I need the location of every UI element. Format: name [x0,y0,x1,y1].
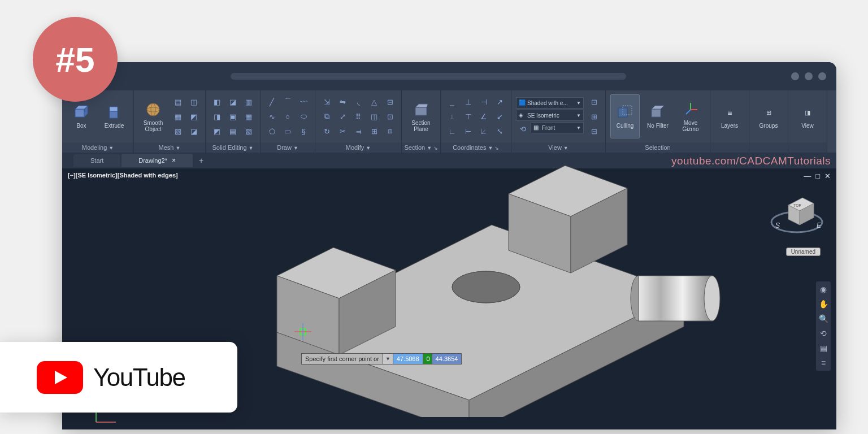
view-orientation-combo[interactable]: ◈SE Isometric▼ [516,110,584,121]
ucs-9[interactable]: ⟀ [477,124,491,138]
groups-group-label[interactable] [749,142,788,153]
group-coordinates: ⎯⟂∟ ⊥⊤⊢ ⊣∠⟀ ↗↙⤡ Coordinates▼ ↘ [441,90,511,153]
box-icon [73,104,90,121]
ucs-11[interactable]: ↙ [493,110,506,123]
se-7[interactable]: ▥ [242,95,255,108]
ucs-6[interactable]: ⊢ [461,124,475,138]
tab-drawing2[interactable]: Drawing2*× [121,154,193,167]
viewport-label[interactable]: [−][SE Isometric][Shaded with edges] [68,172,178,179]
shaded-icon: 🟦 [519,99,526,106]
culling-button[interactable]: Culling [610,94,640,138]
view-3[interactable]: ⊟ [587,124,601,138]
mod-14[interactable]: ⊡ [383,110,397,123]
draw-circle[interactable]: ○ [281,110,294,123]
mod-13[interactable]: ⊟ [383,95,397,108]
section-plane-button[interactable]: Section Plane [406,94,436,138]
view-button[interactable]: ◨View [793,94,822,138]
group-view: 🟦Shaded with e...▼ ◈SE Isometric▼ ⟲▦Fron… [511,90,606,153]
tab-start[interactable]: Start [73,154,120,167]
ucs-8[interactable]: ∠ [477,110,491,123]
mesh-tool-3[interactable]: ▧ [171,124,185,138]
no-filter-button[interactable]: No Filter [643,94,672,138]
close-icon[interactable]: × [172,157,176,164]
draw-arc[interactable]: ⌒ [281,95,294,108]
mod-fillet[interactable]: ◟ [351,95,365,108]
ucs-5[interactable]: ⊤ [461,110,475,123]
ucs-10[interactable]: ↗ [493,95,506,108]
draw-rect[interactable]: ▭ [281,124,294,138]
layers-button[interactable]: ≣Layers [715,94,744,138]
coord-y-input[interactable]: 0 [423,353,432,364]
se-5[interactable]: ▣ [226,110,240,123]
viewtab-group-label[interactable] [788,142,827,153]
mesh-tool-6[interactable]: ◪ [187,124,201,138]
draw-line[interactable]: ╱ [265,95,279,108]
mod-move[interactable]: ⇲ [320,95,333,108]
ucs-12[interactable]: ⤡ [493,124,506,138]
svg-marker-13 [652,106,664,109]
visual-style-combo[interactable]: 🟦Shaded with e...▼ [516,97,584,108]
close-vp-icon[interactable]: ✕ [824,172,831,180]
dyn-options-icon[interactable]: ▼ [383,353,393,364]
nav-pan-icon[interactable]: ✋ [819,300,828,309]
badge-text: #5 [56,40,95,80]
view-prev[interactable]: ⟲ [516,122,530,136]
ucs-name-badge[interactable]: Unnamed [786,248,821,256]
mod-15[interactable]: ⧈ [383,124,397,138]
mod-copy[interactable]: ⧉ [320,110,333,123]
se-2[interactable]: ◨ [210,110,224,123]
mod-10[interactable]: △ [367,95,381,108]
mod-array[interactable]: ⠿ [351,110,365,123]
coord-z-input[interactable]: 44.3654 [432,353,462,364]
view-cube[interactable]: S E TOP [769,185,825,242]
extrude-button[interactable]: Extrude [99,94,129,138]
mod-12[interactable]: ⊞ [367,124,381,138]
mod-mirror[interactable]: ⇋ [336,95,349,108]
nav-orbit-icon[interactable]: ⟲ [820,329,827,338]
se-8[interactable]: ▦ [242,110,255,123]
draw-helix[interactable]: § [297,124,310,138]
mesh-tool-5[interactable]: ◩ [187,110,201,123]
mesh-tool-2[interactable]: ▦ [171,110,185,123]
ucs-1[interactable]: ⎯ [445,95,459,108]
nav-more-icon[interactable]: ≡ [821,358,826,367]
mod-offset[interactable]: ⫤ [351,124,365,138]
modeling-label[interactable]: Modeling▼ [62,142,133,153]
se-9[interactable]: ▧ [242,124,255,138]
ucs-3[interactable]: ∟ [445,124,459,138]
mesh-tool-1[interactable]: ▤ [171,95,185,108]
coord-x-input[interactable]: 47.5068 [393,353,423,364]
maximize-icon[interactable]: □ [815,172,820,180]
draw-pline[interactable]: ∿ [265,110,279,123]
group-mesh: Smooth Object ▤ ▦ ▧ ◫ ◩ ◪ Mesh▼ [134,90,206,153]
draw-poly[interactable]: ⬠ [265,124,279,138]
mod-rot[interactable]: ↻ [320,124,333,138]
mesh-label[interactable]: Mesh▼ [134,142,205,153]
youtube-play-icon [37,361,83,394]
mod-scale[interactable]: ⤢ [336,110,349,123]
ucs-4[interactable]: ⊥ [461,95,475,108]
mod-trim[interactable]: ✂ [336,124,349,138]
ucs-2[interactable]: ⟂ [445,110,459,123]
se-1[interactable]: ◧ [210,95,224,108]
view-2[interactable]: ⊞ [587,110,601,123]
mod-11[interactable]: ◫ [367,110,381,123]
nav-wheel-icon[interactable]: ◉ [820,285,827,294]
se-4[interactable]: ◪ [226,95,240,108]
se-3[interactable]: ◩ [210,124,224,138]
move-gizmo-button[interactable]: Move Gizmo [676,94,705,138]
new-tab-button[interactable]: + [194,156,209,165]
ucs-7[interactable]: ⊣ [477,95,491,108]
draw-spline[interactable]: 〰 [297,95,310,108]
groups-button[interactable]: ⊞Groups [754,94,783,138]
view-front-combo[interactable]: ▦Front▼ [531,122,584,133]
minimize-icon[interactable]: — [804,172,811,180]
draw-ellipse[interactable]: ⬭ [297,110,310,123]
smooth-object-button[interactable]: Smooth Object [138,94,168,138]
se-6[interactable]: ▤ [226,124,240,138]
window-controls[interactable] [791,72,826,80]
view-1[interactable]: ⊡ [587,95,601,108]
mesh-tool-4[interactable]: ◫ [187,95,201,108]
nav-showmotion-icon[interactable]: ▤ [820,344,827,353]
nav-zoom-icon[interactable]: 🔍 [819,314,828,323]
